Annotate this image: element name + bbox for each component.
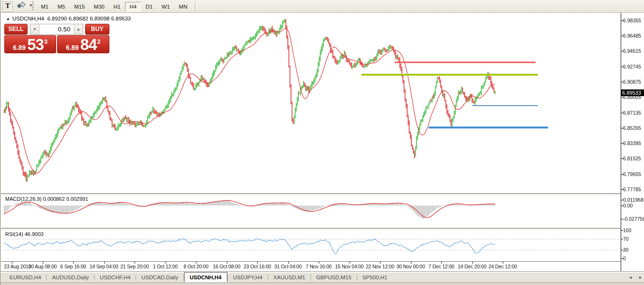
price-axis-label: 6.77785: [623, 187, 641, 192]
price-axis-label: 6.89005: [623, 94, 641, 100]
volume-stepper: ▼ 0.50 ▲: [30, 24, 83, 35]
time-axis-label: 14 Dec 20:00: [456, 264, 488, 269]
price-axis-label: 6.83395: [623, 140, 641, 146]
macd-label: MACD(12,26,9) 0.000862 0.002991: [5, 196, 88, 202]
rsi-axis-label: 0: [623, 256, 626, 261]
rsi-axis-label: 70: [623, 236, 629, 242]
time-axis-label: 7 Dec 12:00: [425, 264, 458, 269]
buy-price-button[interactable]: 6.89 84 2: [57, 35, 109, 53]
chart-title: ▲USDCNH,H4 6.89290 6.89682 6.89098 6.895…: [6, 16, 131, 21]
timeframe-button-d1[interactable]: D1: [141, 2, 157, 11]
sell-button[interactable]: SELL: [4, 24, 28, 35]
symbol-name: USDCNH,H4: [12, 16, 44, 21]
time-axis-label: 16 Oct 08:00: [211, 264, 243, 269]
time-axis-label: 6 Sep 16:00: [57, 264, 89, 269]
timeframe-button-m15[interactable]: M15: [70, 2, 89, 11]
time-axis-label: 21 Sep 20:00: [118, 264, 151, 269]
sell-price-big: 53: [27, 37, 44, 53]
chart-tab-eurusd-h4[interactable]: EURUSD,H4: [4, 273, 46, 282]
time-axis-label: 30 Aug 08:00: [27, 264, 59, 269]
macd-axis-label: 0.011968: [623, 197, 644, 203]
terminal-window: T ▾ M1M5M15M30H1H4D1W1MN ▲USDCNH,H4 6.89…: [0, 0, 644, 285]
time-axis-label: 15 Nov 04:00: [333, 264, 366, 269]
timeframe-button-mn[interactable]: MN: [175, 2, 192, 11]
time-axis-label: 22 Nov 12:00: [364, 264, 396, 269]
price-axis-label: 6.92745: [623, 64, 641, 69]
price-axis-label: 6.79655: [623, 171, 641, 177]
time-axis-label: 1 Oct 12:00: [149, 264, 182, 269]
buy-price-pip: 2: [97, 38, 100, 45]
ohlc-values: 6.89290 6.89682 6.89098 6.89533: [47, 16, 131, 21]
rsi-axis-label: 30: [623, 247, 629, 253]
timeframe-button-h4[interactable]: H4: [125, 2, 141, 11]
price-axis-label: 6.85265: [623, 125, 641, 131]
macd-axis-label: 0.00: [623, 203, 633, 208]
toolbar: T ▾ M1M5M15M30H1H4D1W1MN: [0, 0, 644, 13]
time-axis-label: 31 Oct 04:00: [272, 264, 304, 269]
timeframe-button-m30[interactable]: M30: [89, 2, 108, 11]
timeframe-button-m5[interactable]: M5: [53, 2, 69, 11]
rsi-label: RSI(14) 46.9003: [5, 231, 44, 237]
time-axis-label: 23 Oct 16:00: [241, 264, 273, 269]
tab-scroll-right-icon[interactable]: ▸: [639, 275, 642, 280]
time-axis-label: 30 Nov 00:00: [395, 264, 427, 269]
status-strip: [0, 282, 644, 285]
collapse-triangle-icon[interactable]: ▲: [6, 17, 10, 21]
chart-tab-usdcad-daily[interactable]: USDCAD,Daily: [136, 273, 183, 282]
tab-scroll-left-icon[interactable]: ◂: [629, 275, 632, 280]
tab-bar: EURUSD,H4AUDUSD,DailyUSDCHF,H4USDCAD,Dai…: [0, 272, 644, 282]
price-axis-label: 6.98355: [623, 18, 641, 23]
price-axis-label: 6.94615: [623, 48, 641, 54]
sell-price-pip: 3: [44, 38, 48, 45]
chart-tab-usdcnh-h4[interactable]: USDCNH,H4: [184, 272, 227, 282]
toolbar-grip[interactable]: [32, 1, 34, 11]
text-tool-button[interactable]: T: [2, 1, 13, 12]
timeframe-button-w1[interactable]: W1: [157, 2, 174, 11]
buy-price-prefix: 6.89: [66, 44, 78, 51]
time-axis-label: 7 Nov 16:00: [302, 264, 335, 269]
one-click-trading-panel: SELL ▼ 0.50 ▲ BUY 6.89 53 3 6.89 84 2: [4, 24, 109, 53]
chart-tab-gbpusd-m15[interactable]: GBPUSD,M15: [311, 273, 357, 282]
volume-input[interactable]: 0.50: [39, 24, 74, 34]
sell-price-button[interactable]: 6.89 53 3: [4, 35, 56, 53]
price-axis-label: 6.81525: [623, 156, 641, 161]
time-axis-label: 14 Sep 04:00: [88, 264, 120, 269]
volume-increase-button[interactable]: ▲: [74, 24, 83, 34]
chart-tab-sp500-h1[interactable]: SP500,H1: [357, 273, 392, 282]
price-axis-label: 6.87135: [623, 110, 641, 116]
toolbar-separator: [195, 2, 197, 11]
volume-decrease-button[interactable]: ▼: [30, 24, 39, 34]
price-axis-label: 6.96485: [623, 33, 641, 39]
timeframe-button-h1[interactable]: H1: [109, 2, 125, 11]
macd-axis-label: -0.027758: [623, 216, 644, 222]
chart-tab-xauusd-m1[interactable]: XAUUSD,M1: [268, 273, 311, 282]
chart-tab-audusd-daily[interactable]: AUDUSD,Daily: [47, 273, 94, 282]
chart-tab-usdchf-h4[interactable]: USDCHF,H4: [95, 273, 136, 282]
buy-price-big: 84: [80, 37, 97, 53]
time-axis-label: 8 Oct 20:00: [180, 264, 212, 269]
buy-button[interactable]: BUY: [85, 24, 109, 35]
timeframe-button-m1[interactable]: M1: [37, 2, 53, 11]
chart-tab-usdjpy-h4[interactable]: USDJPY,H4: [228, 273, 268, 282]
time-axis-label: 24 Dec 12:00: [487, 264, 519, 269]
timeframe-toolbar: M1M5M15M30H1H4D1W1MN: [37, 1, 200, 12]
sell-price-prefix: 6.89: [13, 44, 26, 51]
price-axis-label: 6.90875: [623, 79, 641, 85]
drawing-tools-button[interactable]: ▾: [15, 1, 32, 11]
rsi-axis-label: 100: [623, 227, 632, 233]
